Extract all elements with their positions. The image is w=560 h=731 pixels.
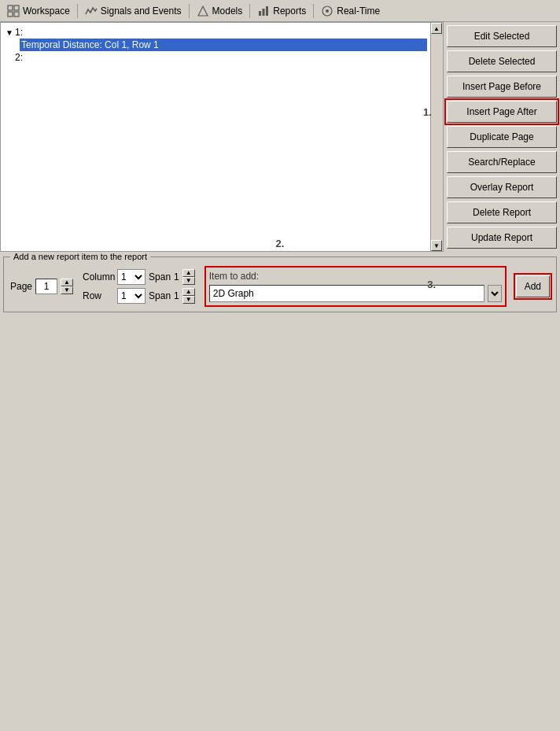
item-to-add-label: Item to add: <box>209 271 502 282</box>
insert-page-after-button[interactable]: Insert Page After <box>447 101 557 123</box>
span1-up-button[interactable]: ▲ <box>182 269 195 277</box>
page-label: Page <box>10 281 32 292</box>
menubar: Workspace Signals and Events Models Repo… <box>0 0 560 22</box>
svg-rect-3 <box>14 12 19 17</box>
menubar-label-realtime: Real-Time <box>337 6 380 17</box>
canvas-and-buttons: ▼ 1: Temporal Distance: Col 1, Row 1 2: <box>0 22 560 252</box>
page-down-button[interactable]: ▼ <box>61 286 73 294</box>
svg-rect-6 <box>263 9 265 16</box>
reports-icon <box>257 5 270 17</box>
separator-3 <box>249 4 250 18</box>
svg-rect-1 <box>14 6 19 10</box>
svg-rect-0 <box>8 6 13 10</box>
span1-spinner: ▲ ▼ <box>182 269 195 285</box>
column-select[interactable]: 123 <box>117 269 146 285</box>
span2-down-button[interactable]: ▼ <box>182 296 195 304</box>
menubar-label-reports: Reports <box>273 6 306 17</box>
separator-4 <box>313 4 314 18</box>
main-area: ▼ 1: Temporal Distance: Col 1, Row 1 2: <box>0 22 560 316</box>
row-label: Row <box>83 290 114 301</box>
vert-scrollbar[interactable]: ▲ ▼ <box>430 23 443 251</box>
tree-expand-2 <box>6 54 15 62</box>
scroll-down-arrow[interactable]: ▼ <box>431 240 442 251</box>
search-replace-button[interactable]: Search/Replace <box>447 151 557 173</box>
row-row: Row 123 Span 1 ▲ ▼ <box>83 288 195 304</box>
column-row: Column 123 Span 1 ▲ ▼ <box>83 269 195 285</box>
duplicate-page-button[interactable]: Duplicate Page <box>447 126 557 148</box>
separator-1 <box>77 4 78 18</box>
svg-rect-5 <box>259 11 261 16</box>
menubar-label-workspace: Workspace <box>23 6 70 17</box>
span2-spinner: ▲ ▼ <box>182 288 195 304</box>
tree-label-1: 1: <box>15 27 23 38</box>
scroll-track <box>431 34 442 240</box>
insert-page-after-wrapper: 1. Insert Page After <box>447 101 557 123</box>
column-label: Column <box>83 271 114 282</box>
page-up-button[interactable]: ▲ <box>61 279 73 286</box>
add-button[interactable]: Add <box>516 275 550 297</box>
update-report-button[interactable]: Update Report <box>447 227 557 249</box>
menubar-item-reports[interactable]: Reports <box>252 2 311 20</box>
svg-point-9 <box>326 9 329 13</box>
grid-controls: Column 123 Span 1 ▲ ▼ Row <box>83 269 195 304</box>
overlay-report-button[interactable]: Overlay Report <box>447 176 557 198</box>
delete-selected-button[interactable]: Delete Selected <box>447 50 557 72</box>
bottom-panel: Add a new report item to the report Page… <box>3 252 557 312</box>
menubar-label-signals: Signals and Events <box>101 6 182 17</box>
bottom-panel-title: Add a new report item to the report <box>10 252 150 261</box>
canvas-wrapper: ▼ 1: Temporal Distance: Col 1, Row 1 2: <box>0 22 444 252</box>
span1-label: Span <box>149 271 171 282</box>
svg-rect-7 <box>266 6 268 16</box>
bottom-panel-wrapper: 2. 3. Add a new report item to the repor… <box>3 252 557 312</box>
menubar-item-signals[interactable]: Signals and Events <box>79 2 187 20</box>
item-row: 2D Graph <box>209 285 502 302</box>
item-dropdown[interactable]: 2D Graph <box>488 285 502 302</box>
span2-up-button[interactable]: ▲ <box>182 288 195 296</box>
item-input[interactable] <box>209 285 484 302</box>
page-spinner: ▲ ▼ <box>61 279 73 294</box>
tree-item-1-1[interactable]: Temporal Distance: Col 1, Row 1 <box>20 39 427 51</box>
annotation-1-label: 1. <box>423 106 432 118</box>
workspace-icon <box>7 5 20 17</box>
menubar-item-workspace[interactable]: Workspace <box>2 2 76 20</box>
annotation-3-label: 3. <box>427 279 436 290</box>
tree-expand-1[interactable]: ▼ <box>6 28 15 37</box>
tree-label-2: 2: <box>15 52 23 63</box>
annotation-2-label: 2. <box>276 238 285 249</box>
canvas-inner: ▼ 1: Temporal Distance: Col 1, Row 1 2: <box>0 22 444 252</box>
span1-value: 1 <box>174 271 179 282</box>
separator-2 <box>189 4 190 18</box>
bottom-controls: Page ▲ ▼ Column 123 Span <box>10 266 550 307</box>
right-button-panel: Edit Selected Delete Selected Insert Pag… <box>444 22 560 252</box>
menubar-item-realtime[interactable]: Real-Time <box>315 2 385 20</box>
tree-item-1[interactable]: ▼ 1: <box>4 26 427 39</box>
item-to-add-section: Item to add: 2D Graph <box>204 266 507 307</box>
span1-down-button[interactable]: ▼ <box>182 277 195 285</box>
delete-report-button[interactable]: Delete Report <box>447 201 557 223</box>
menubar-label-models: Models <box>212 6 243 17</box>
edit-selected-button[interactable]: Edit Selected <box>447 25 557 47</box>
span2-value: 1 <box>174 290 179 301</box>
span2-label: Span <box>149 290 171 301</box>
tree-item-2[interactable]: 2: <box>4 51 427 64</box>
scroll-up-arrow[interactable]: ▲ <box>431 23 442 34</box>
menubar-item-models[interactable]: Models <box>191 2 249 20</box>
tree-area[interactable]: ▼ 1: Temporal Distance: Col 1, Row 1 2: <box>1 23 443 67</box>
insert-page-before-button[interactable]: Insert Page Before <box>447 76 557 98</box>
page-number-input[interactable] <box>35 279 57 294</box>
realtime-icon <box>321 5 333 17</box>
model-icon <box>197 5 209 17</box>
row-select[interactable]: 123 <box>117 288 146 304</box>
svg-rect-2 <box>8 12 13 17</box>
signal-icon <box>85 5 98 17</box>
tree-label-1-1: Temporal Distance: Col 1, Row 1 <box>21 39 159 50</box>
svg-marker-4 <box>198 6 208 16</box>
page-control: Page ▲ ▼ <box>10 279 73 294</box>
